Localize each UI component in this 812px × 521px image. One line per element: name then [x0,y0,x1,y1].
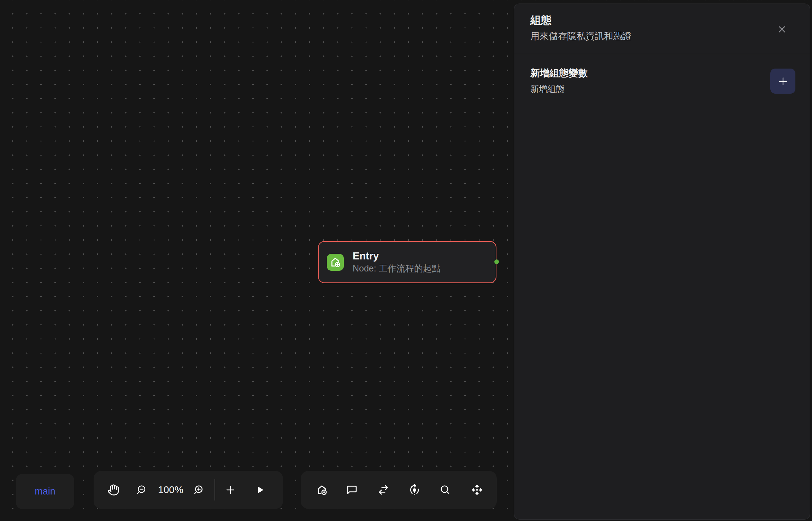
zoom-in-icon [193,484,204,496]
hand-pan-icon [107,484,119,496]
comment-bubble-icon [346,484,358,496]
search-icon [440,484,451,496]
config-panel-title: 組態 [530,13,794,27]
plus-icon [225,484,236,496]
minimap-diamonds-icon [471,484,483,496]
close-panel-button[interactable] [775,22,789,37]
toolbar-divider [214,479,215,500]
plus-icon [777,76,789,87]
zoom-level-label: 100% [158,484,183,496]
entry-node[interactable]: Entry Node: 工作流程的起點 [318,241,496,283]
view-toolbar: 100% [94,471,283,509]
entry-node-icon-badge [327,254,344,271]
branch-label: main [35,486,55,497]
config-panel-header: 組態 用來儲存隱私資訊和憑證 [514,4,810,54]
zoom-in-button[interactable] [190,481,207,498]
add-config-section: 新增組態變數 新增組態 [514,54,810,94]
house-plus-icon [316,484,328,496]
add-config-subtitle: 新增組態 [530,84,794,94]
auto-arrange-button[interactable] [406,481,423,498]
auto-arrange-bulb-icon [408,484,421,496]
close-icon [777,25,787,34]
zoom-out-icon [136,484,147,496]
swap-arrows-icon [377,484,389,496]
swap-connections-button[interactable] [375,481,392,498]
zoom-out-button[interactable] [133,481,150,498]
comment-button[interactable] [343,481,360,498]
add-button[interactable] [222,481,239,498]
play-icon [255,485,265,495]
config-panel-subtitle: 用來儲存隱私資訊和憑證 [530,31,794,42]
hand-pan-button[interactable] [105,481,122,498]
entry-node-subtitle: Node: 工作流程的起點 [353,264,441,274]
config-panel: 組態 用來儲存隱私資訊和憑證 新增組態變數 新增組態 [514,4,810,520]
search-button[interactable] [437,481,454,498]
entry-node-title: Entry [353,251,441,262]
add-config-button[interactable] [770,69,795,94]
branch-selector-button[interactable]: main [16,474,74,509]
house-plus-icon [329,256,341,268]
run-button[interactable] [252,481,269,498]
add-config-title: 新增組態變數 [530,68,794,79]
action-toolbar [301,471,497,509]
minimap-button[interactable] [469,481,486,498]
add-node-button[interactable] [313,481,330,498]
entry-node-output-handle[interactable] [494,259,499,264]
